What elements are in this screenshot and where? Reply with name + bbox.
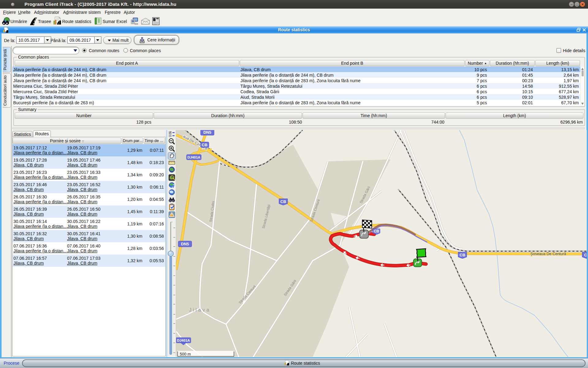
- svg-text:Jilava: Jilava: [189, 307, 211, 312]
- svg-text:500 m: 500 m: [180, 352, 191, 356]
- svg-text:CB: CB: [202, 143, 208, 147]
- svg-text:DN5: DN5: [203, 130, 211, 135]
- svg-text:C: C: [584, 253, 587, 257]
- svg-text:CB: CB: [374, 229, 379, 233]
- svg-text:Șoseaua De Centură: Șoseaua De Centură: [530, 252, 566, 256]
- svg-text:DJ401A: DJ401A: [187, 155, 200, 159]
- svg-text:DJ401A: DJ401A: [177, 339, 190, 342]
- svg-text:CB: CB: [281, 199, 286, 204]
- svg-text:DN5: DN5: [181, 242, 189, 246]
- svg-text:CB: CB: [460, 253, 466, 257]
